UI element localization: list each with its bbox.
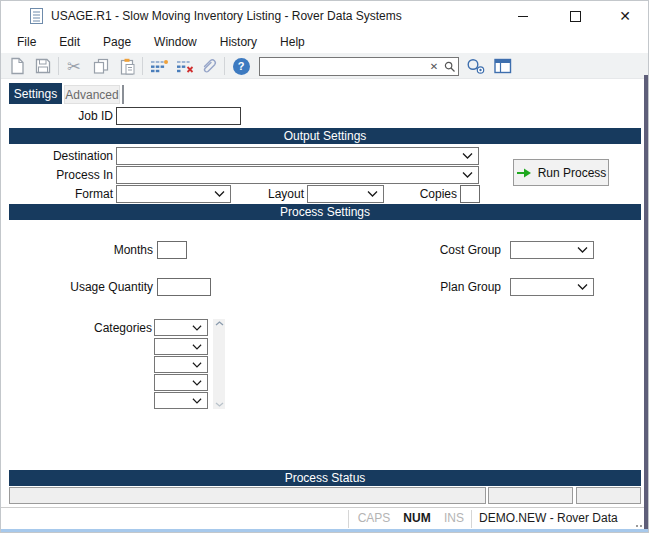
window-right-edge <box>644 75 649 530</box>
job-id-label: Job ID <box>13 107 113 125</box>
attachment-icon <box>200 57 218 75</box>
num-indicator: NUM <box>397 508 437 529</box>
menu-window[interactable]: Window <box>151 35 200 49</box>
usage-quantity-input[interactable] <box>157 278 211 296</box>
menu-edit[interactable]: Edit <box>56 35 83 49</box>
chevron-down-icon <box>214 191 225 197</box>
category-select-3[interactable] <box>154 356 208 373</box>
layout-icon <box>494 58 512 74</box>
insert-row-button[interactable] <box>148 55 170 77</box>
menu-bar: File Edit Page Window History Help <box>1 31 648 53</box>
statusbar-separator <box>471 510 472 528</box>
chevron-down-icon <box>192 380 202 386</box>
copies-label: Copies <box>397 185 457 203</box>
paste-icon <box>120 58 135 75</box>
menu-history[interactable]: History <box>217 35 260 49</box>
copies-input[interactable] <box>460 185 480 203</box>
connection-status: DEMO.NEW - Rover Data Systems <box>479 508 648 529</box>
help-icon: ? <box>233 58 250 75</box>
category-select-2[interactable] <box>154 338 208 355</box>
chevron-down-icon <box>577 247 588 253</box>
chevron-down-icon <box>462 153 473 159</box>
app-icon[interactable] <box>30 8 43 24</box>
paste-button[interactable] <box>116 55 138 77</box>
categories-scrollbar[interactable] <box>213 319 225 409</box>
toolbar-separator <box>142 57 143 75</box>
delete-row-button[interactable] <box>174 55 196 77</box>
copy-button[interactable] <box>90 55 112 77</box>
months-input[interactable] <box>157 241 187 259</box>
save-button[interactable] <box>32 55 54 77</box>
process-in-select[interactable] <box>116 166 479 184</box>
run-process-label: Run Process <box>538 166 607 180</box>
cut-icon: ✂ <box>67 57 80 76</box>
chevron-down-icon <box>577 284 588 290</box>
cost-group-select[interactable] <box>510 241 594 259</box>
process-settings-header: Process Settings <box>9 204 641 220</box>
cost-group-label: Cost Group <box>401 241 501 259</box>
destination-label: Destination <box>13 147 113 165</box>
menu-help[interactable]: Help <box>277 35 308 49</box>
chevron-down-icon <box>192 325 202 331</box>
attach-button[interactable] <box>198 55 220 77</box>
find-preview-icon <box>466 57 486 75</box>
new-button[interactable] <box>6 55 28 77</box>
search-box: ✕ <box>259 57 459 76</box>
chevron-down-icon <box>192 344 202 350</box>
copy-icon <box>93 58 109 74</box>
clear-search-button[interactable]: ✕ <box>426 61 442 72</box>
usage-quantity-label: Usage Quantity <box>43 278 153 296</box>
title-bar: USAGE.R1 - Slow Moving Inventory Listing… <box>1 1 648 31</box>
close-icon: ✕ <box>619 9 631 23</box>
plan-group-label: Plan Group <box>401 278 501 296</box>
plan-group-select[interactable] <box>510 278 594 296</box>
window-title: USAGE.R1 - Slow Moving Inventory Listing… <box>51 1 402 31</box>
toolbar-separator <box>224 57 225 75</box>
toolbar-separator <box>58 57 59 75</box>
maximize-icon <box>570 11 581 22</box>
tab-settings[interactable]: Settings <box>9 83 62 104</box>
find-preview-button[interactable] <box>465 55 487 77</box>
save-icon <box>35 58 51 74</box>
close-button[interactable]: ✕ <box>607 1 643 31</box>
process-status-header: Process Status <box>9 470 641 486</box>
layout-label: Layout <box>244 185 304 203</box>
process-status-field-3 <box>576 487 641 504</box>
search-input[interactable] <box>260 59 426 74</box>
status-bar: CAPS NUM INS DEMO.NEW - Rover Data Syste… <box>1 507 648 529</box>
caps-indicator: CAPS <box>353 508 395 529</box>
process-status-field-2 <box>488 487 573 504</box>
help-button[interactable]: ? <box>230 55 252 77</box>
scroll-up-icon[interactable] <box>215 321 224 326</box>
maximize-button[interactable] <box>557 1 593 31</box>
app-window: USAGE.R1 - Slow Moving Inventory Listing… <box>0 0 649 533</box>
statusbar-separator <box>348 510 349 528</box>
category-select-1[interactable] <box>154 319 208 336</box>
window-bottom-edge <box>1 529 648 533</box>
category-select-5[interactable] <box>154 392 208 409</box>
run-process-button[interactable]: Run Process <box>513 159 609 186</box>
tab-advanced[interactable]: Advanced <box>64 85 120 104</box>
destination-select[interactable] <box>116 147 479 165</box>
ins-indicator: INS <box>439 508 469 529</box>
layout-select[interactable] <box>307 185 384 203</box>
new-document-icon <box>9 57 25 75</box>
job-id-input[interactable] <box>116 107 241 125</box>
format-select[interactable] <box>116 185 231 203</box>
layout-button[interactable] <box>492 55 514 77</box>
tab-strip-tick <box>122 85 124 104</box>
category-select-4[interactable] <box>154 374 208 391</box>
chevron-down-icon <box>367 191 378 197</box>
run-arrow-icon <box>516 167 532 179</box>
minimize-button[interactable] <box>505 1 541 31</box>
insert-row-icon <box>150 59 168 73</box>
menu-page[interactable]: Page <box>100 35 134 49</box>
chevron-down-icon <box>462 172 473 178</box>
output-settings-header: Output Settings <box>9 128 641 144</box>
scroll-down-icon[interactable] <box>215 402 224 407</box>
search-icon[interactable] <box>442 61 458 73</box>
process-in-label: Process In <box>13 166 113 184</box>
cut-button[interactable]: ✂ <box>63 55 85 77</box>
menu-file[interactable]: File <box>14 35 39 49</box>
delete-row-icon <box>176 59 194 73</box>
